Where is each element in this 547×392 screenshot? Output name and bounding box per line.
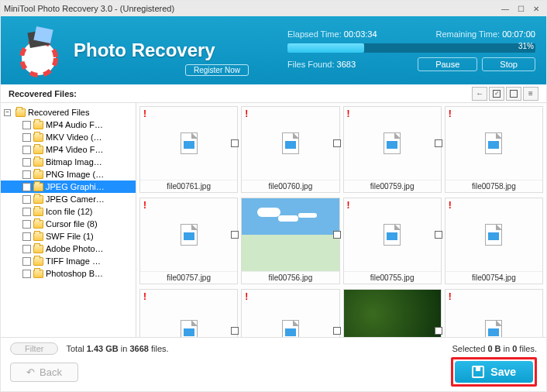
image-placeholder-icon: [485, 320, 502, 338]
folder-icon: [33, 245, 43, 253]
thumbnail[interactable]: !file00760.jpg: [241, 106, 339, 193]
checkbox[interactable]: [22, 146, 31, 154]
checkbox[interactable]: [435, 231, 442, 239]
checkbox[interactable]: [333, 139, 341, 147]
thumbnail-caption: file00760.jpg: [242, 180, 339, 192]
folder-icon: [33, 257, 43, 266]
image-placeholder-icon: [181, 132, 198, 154]
checkbox[interactable]: [22, 257, 31, 266]
checkbox[interactable]: [22, 158, 31, 167]
folder-icon: [33, 133, 43, 142]
checkbox[interactable]: [231, 231, 239, 239]
collapse-icon[interactable]: −: [4, 109, 11, 116]
tree-item[interactable]: TIFF Image …: [1, 255, 136, 267]
remaining-label: Remaining Time:: [436, 29, 501, 39]
minimize-button[interactable]: —: [498, 3, 512, 14]
thumbnail[interactable]: !file00758.jpg: [445, 106, 543, 193]
checkbox[interactable]: [333, 231, 341, 239]
tree-item[interactable]: MP4 Audio F…: [1, 119, 136, 131]
checkbox[interactable]: [231, 327, 239, 335]
file-tree[interactable]: − Recovered Files MP4 Audio F…MKV Video …: [1, 103, 136, 337]
tree-item[interactable]: SWF File (1): [1, 230, 136, 242]
checkbox[interactable]: [333, 327, 341, 335]
image-placeholder-icon: [384, 224, 401, 246]
elapsed-label: Elapsed Time:: [287, 29, 342, 39]
header: Photo Recovery Register Now Elapsed Time…: [1, 16, 546, 84]
thumbnail[interactable]: !: [445, 289, 543, 337]
tree-item-label: TIFF Image …: [46, 256, 101, 266]
view-uncheck-button[interactable]: [506, 87, 521, 101]
checkbox[interactable]: [22, 270, 31, 278]
view-list-button[interactable]: ≡: [523, 87, 538, 101]
checkbox[interactable]: [435, 327, 442, 335]
progress-pct: 31%: [518, 42, 534, 50]
tree-root[interactable]: − Recovered Files: [1, 106, 136, 119]
thumbnail[interactable]: !file00759.jpg: [343, 106, 442, 193]
checkbox[interactable]: [22, 121, 31, 129]
tree-item[interactable]: PNG Image (…: [1, 168, 136, 181]
tree-item[interactable]: Photoshop B…: [1, 267, 136, 280]
tree-item-label: MP4 Audio F…: [46, 120, 103, 129]
checkbox[interactable]: [231, 139, 239, 147]
tree-item[interactable]: JPEG Camer…: [1, 193, 136, 205]
folder-icon: [33, 146, 43, 154]
back-arrow-icon: ↶: [26, 366, 35, 378]
register-button[interactable]: Register Now: [185, 64, 249, 76]
folder-icon: [15, 108, 26, 117]
app-logo: [12, 23, 66, 77]
progress-bar: 31%: [287, 43, 535, 53]
thumbnail-grid[interactable]: !file00761.jpg!file00760.jpg!file00759.j…: [136, 103, 546, 337]
back-button[interactable]: ↶ Back: [10, 363, 78, 382]
app-title: Photo Recovery: [74, 40, 215, 61]
thumbnail[interactable]: !: [139, 289, 238, 337]
thumbnail[interactable]: !file00761.jpg: [139, 106, 238, 193]
thumbnail-caption: file00757.jpg: [140, 271, 237, 284]
tree-item[interactable]: Cursor file (8): [1, 218, 136, 230]
preview-image: [242, 198, 339, 271]
thumbnail[interactable]: !: [241, 289, 339, 337]
checkbox[interactable]: [435, 139, 442, 147]
checkbox[interactable]: [22, 170, 31, 179]
found-value: 3683: [337, 60, 356, 69]
thumbnail[interactable]: !file00755.jpg: [343, 198, 442, 284]
checkbox[interactable]: [22, 183, 31, 191]
checkbox[interactable]: [22, 208, 31, 216]
view-check-button[interactable]: ✓: [489, 87, 504, 101]
tree-item[interactable]: Icon file (12): [1, 205, 136, 218]
image-placeholder-icon: [181, 320, 198, 338]
tree-item[interactable]: Adobe Photo…: [1, 242, 136, 255]
tree-item-label: Bitmap Imag…: [46, 157, 102, 167]
filter-button[interactable]: Filter: [10, 342, 58, 355]
titlebar: MiniTool Photo Recovery 3.0 - (Unregiste…: [1, 1, 546, 16]
tree-item[interactable]: MKV Video (…: [1, 131, 136, 143]
close-button[interactable]: ✕: [529, 3, 543, 14]
thumbnail[interactable]: !: [343, 289, 442, 337]
footer: Filter Total 1.43 GB in 3668 files. Sele…: [1, 337, 546, 391]
view-back-button[interactable]: ←: [472, 87, 487, 101]
pause-button[interactable]: Pause: [418, 57, 477, 71]
selected-text: Selected 0 B in 0 files.: [452, 344, 538, 353]
tree-item[interactable]: Bitmap Imag…: [1, 156, 136, 168]
folder-icon: [33, 121, 43, 129]
thumbnail-caption: file00755.jpg: [344, 271, 441, 284]
tree-item[interactable]: MP4 Video F…: [1, 143, 136, 156]
tree-item-label: Icon file (12): [46, 207, 93, 216]
folder-icon: [33, 270, 43, 278]
thumbnail[interactable]: !file00756.jpg: [241, 198, 339, 284]
checkbox[interactable]: [22, 195, 31, 204]
image-placeholder-icon: [282, 132, 299, 154]
checkbox[interactable]: [22, 232, 31, 241]
maximize-button[interactable]: ☐: [514, 3, 528, 14]
image-placeholder-icon: [181, 224, 198, 246]
checkbox[interactable]: [22, 220, 31, 229]
thumbnail[interactable]: !file00757.jpg: [139, 198, 238, 284]
thumbnail[interactable]: !file00754.jpg: [445, 198, 543, 284]
tree-item[interactable]: JPEG Graphi…: [1, 181, 136, 193]
window-title: MiniTool Photo Recovery 3.0 - (Unregiste…: [4, 4, 497, 13]
save-button[interactable]: Save: [455, 361, 533, 383]
stop-button[interactable]: Stop: [482, 57, 535, 71]
thumbnail-caption: file00761.jpg: [140, 180, 237, 192]
checkbox[interactable]: [22, 133, 31, 142]
thumbnail-caption: file00759.jpg: [344, 180, 441, 192]
checkbox[interactable]: [22, 245, 31, 253]
